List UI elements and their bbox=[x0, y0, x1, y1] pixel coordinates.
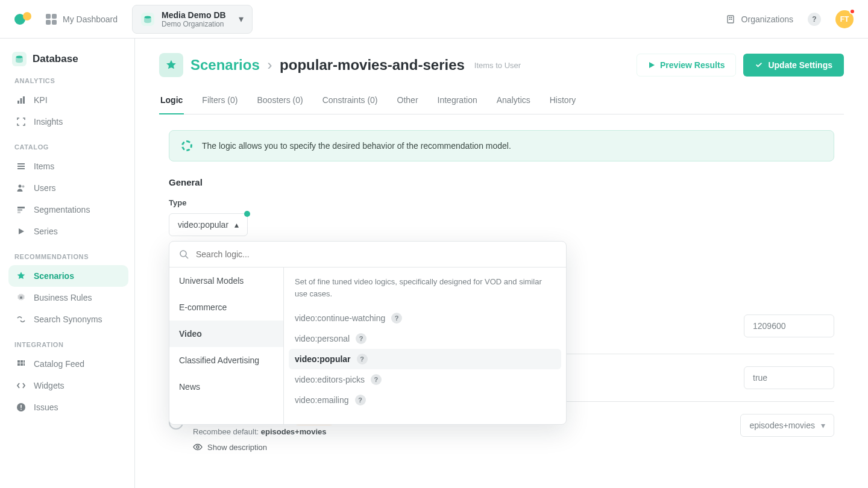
tab-history[interactable]: History bbox=[549, 89, 577, 114]
database-switcher[interactable]: Media Demo DB Demo Organization ▾ bbox=[132, 5, 253, 34]
sidebar-item-business-rules[interactable]: Business Rules bbox=[8, 287, 128, 308]
svg-rect-21 bbox=[24, 360, 25, 363]
tab-constraints-[interactable]: Constraints (0) bbox=[321, 89, 379, 114]
code-icon bbox=[16, 380, 27, 391]
segment-icon bbox=[16, 204, 27, 215]
sidebar-section: RECOMMENDATIONS bbox=[14, 253, 122, 260]
changed-indicator bbox=[244, 211, 250, 217]
tab-boosters-[interactable]: Boosters (0) bbox=[256, 89, 304, 114]
play-icon bbox=[16, 226, 27, 237]
svg-rect-15 bbox=[17, 207, 25, 208]
tab-integration[interactable]: Integration bbox=[436, 89, 479, 114]
sidebar-item-label: Issues bbox=[34, 402, 58, 412]
gear-icon bbox=[16, 292, 27, 303]
sidebar-item-search-synonyms[interactable]: Search Synonyms bbox=[8, 308, 128, 330]
sidebar-item-series[interactable]: Series bbox=[8, 221, 128, 242]
section-general-heading: General bbox=[169, 177, 834, 187]
logic-category[interactable]: Classified Advertising bbox=[169, 347, 283, 374]
help-icon[interactable]: ? bbox=[356, 333, 366, 344]
caret-down-icon: ▾ bbox=[239, 13, 244, 25]
my-dashboard-label: My Dashboard bbox=[63, 14, 118, 24]
setting-value-input[interactable]: 1209600 bbox=[744, 314, 834, 337]
tab-label: Logic bbox=[160, 95, 183, 105]
logic-category[interactable]: E-commerce bbox=[169, 294, 283, 321]
logic-option[interactable]: video:popular? bbox=[289, 349, 561, 369]
my-dashboard-link[interactable]: My Dashboard bbox=[46, 14, 118, 25]
svg-point-28 bbox=[180, 251, 186, 257]
svg-rect-3 bbox=[731, 17, 732, 18]
breadcrumb-root[interactable]: Scenarios bbox=[190, 57, 260, 73]
page-header: Scenarios › popular-movies-and-series It… bbox=[159, 53, 844, 77]
info-banner: The logic allows you to specify the desi… bbox=[169, 130, 834, 161]
sidebar-item-widgets[interactable]: Widgets bbox=[8, 375, 128, 396]
app-logo bbox=[14, 12, 31, 27]
help-icon[interactable]: ? bbox=[391, 313, 402, 324]
db-org: Demo Organization bbox=[162, 20, 226, 28]
tab-label: Other bbox=[397, 95, 418, 105]
sidebar-item-label: Search Synonyms bbox=[34, 314, 102, 324]
sidebar-item-users[interactable]: Users bbox=[8, 177, 128, 199]
scenario-icon-box bbox=[159, 53, 183, 77]
logic-option-label: video:popular bbox=[295, 354, 351, 364]
logic-option[interactable]: video:editors-picks? bbox=[289, 369, 561, 390]
setting-default: Recombee default: episodes+movies bbox=[193, 427, 731, 436]
tab-analytics[interactable]: Analytics bbox=[495, 89, 532, 114]
sidebar-item-issues[interactable]: Issues bbox=[8, 396, 128, 418]
sidebar-item-label: KPI bbox=[34, 95, 48, 105]
sidebar: Database ANALYTICSKPIInsightsCATALOGItem… bbox=[0, 39, 135, 488]
tab-other[interactable]: Other bbox=[396, 89, 420, 114]
sidebar-item-items[interactable]: Items bbox=[8, 155, 128, 177]
update-settings-label: Update Settings bbox=[768, 60, 832, 70]
logic-option[interactable]: video:continue-watching? bbox=[289, 308, 561, 328]
organizations-link[interactable]: Organizations bbox=[726, 14, 793, 24]
sidebar-item-insights[interactable]: Insights bbox=[8, 111, 128, 133]
tab-filters-[interactable]: Filters (0) bbox=[201, 89, 239, 114]
setting-value-input[interactable]: true bbox=[744, 366, 834, 389]
help-icon[interactable]: ? bbox=[371, 374, 382, 385]
svg-rect-2 bbox=[729, 17, 730, 18]
tab-logic[interactable]: Logic bbox=[159, 89, 184, 114]
update-settings-button[interactable]: Update Settings bbox=[743, 54, 844, 77]
sidebar-item-segmentations[interactable]: Segmentations bbox=[8, 199, 128, 221]
setting-value: episodes+movies bbox=[749, 421, 815, 430]
svg-rect-12 bbox=[17, 168, 25, 169]
top-navbar: My Dashboard Media Demo DB Demo Organiza… bbox=[0, 0, 868, 39]
sidebar-item-scenarios[interactable]: Scenarios bbox=[8, 265, 128, 287]
tabs: LogicFilters (0)Boosters (0)Constraints … bbox=[159, 89, 844, 114]
preview-results-label: Preview Results bbox=[660, 60, 725, 70]
tab-label: Constraints (0) bbox=[322, 95, 378, 105]
svg-rect-11 bbox=[17, 166, 25, 167]
logic-option[interactable]: video:emailing? bbox=[289, 390, 561, 410]
svg-rect-16 bbox=[17, 209, 22, 211]
help-icon[interactable]: ? bbox=[355, 395, 366, 405]
logic-category[interactable]: Universal Models bbox=[169, 267, 283, 294]
setting-value-input[interactable]: episodes+movies▾ bbox=[740, 414, 834, 437]
sidebar-section: ANALYTICS bbox=[14, 77, 122, 84]
sidebar-item-label: Segmentations bbox=[34, 205, 90, 214]
sidebar-item-catalog-feed[interactable]: Catalog Feed bbox=[8, 353, 128, 375]
tab-label: Analytics bbox=[497, 95, 530, 105]
logic-category-label: Universal Models bbox=[179, 276, 244, 286]
logic-category-label: E-commerce bbox=[179, 302, 227, 312]
play-icon bbox=[648, 61, 655, 69]
svg-rect-26 bbox=[20, 405, 22, 408]
show-description-toggle[interactable]: Show description bbox=[193, 442, 731, 452]
logic-search-input[interactable] bbox=[195, 249, 556, 260]
user-avatar[interactable]: FT bbox=[835, 10, 854, 28]
logic-category[interactable]: Video bbox=[169, 321, 283, 347]
setting-value: 1209600 bbox=[753, 321, 786, 331]
help-button[interactable]: ? bbox=[808, 13, 821, 26]
sidebar-section: INTEGRATION bbox=[14, 341, 122, 348]
check-icon bbox=[755, 61, 763, 69]
svg-rect-8 bbox=[20, 98, 22, 104]
logic-category[interactable]: News bbox=[169, 374, 283, 400]
type-label: Type bbox=[169, 198, 834, 207]
type-select[interactable]: video:popular ▴ bbox=[169, 213, 248, 236]
help-icon[interactable]: ? bbox=[357, 354, 368, 364]
preview-results-button[interactable]: Preview Results bbox=[637, 54, 736, 77]
logic-option[interactable]: video:personal? bbox=[289, 328, 561, 349]
sidebar-item-kpi[interactable]: KPI bbox=[8, 89, 128, 111]
tab-label: Integration bbox=[438, 95, 477, 105]
sidebar-item-label: Scenarios bbox=[34, 271, 74, 281]
star-icon bbox=[165, 59, 177, 71]
